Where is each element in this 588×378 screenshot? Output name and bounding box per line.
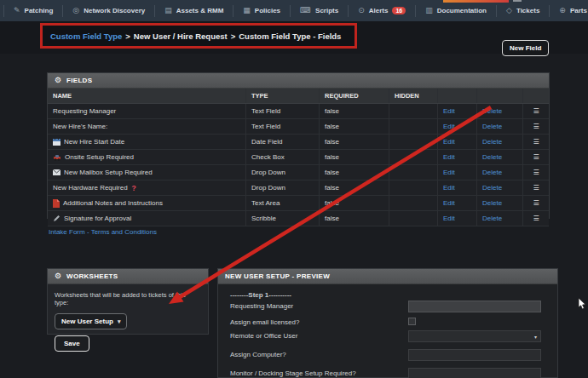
delete-link[interactable]: Delete [482, 138, 502, 146]
app-window: { "colors": { "nav_bg": "#2b3642", "acce… [0, 0, 588, 378]
delete-link[interactable]: Delete [482, 153, 502, 161]
nav-item-documentation[interactable]: ▥Documentation [415, 5, 496, 17]
car-icon [53, 154, 61, 161]
field-type: Drop Down [245, 180, 319, 195]
field-type: Drop Down [245, 165, 319, 180]
column-header-hidden: HIDDEN [389, 89, 437, 103]
delete-link[interactable]: Delete [482, 215, 502, 222]
column-header-required: REQUIRED [319, 89, 389, 103]
drag-handle-icon[interactable]: ☰ [522, 119, 549, 134]
edit-link[interactable]: Edit [443, 138, 455, 146]
scripts-icon: ⌨ [300, 7, 311, 14]
gear-icon: ⚙ [55, 272, 61, 280]
delete-link[interactable]: Delete [482, 123, 502, 130]
envelope-icon [53, 169, 61, 175]
edit-link[interactable]: Edit [443, 215, 455, 222]
delete-link[interactable]: Delete [482, 199, 502, 207]
nav-item-network-discovery[interactable]: ◎Network Discovery [62, 5, 154, 17]
field-required: false [319, 135, 389, 149]
top-navigation: ✎Patching ◎Network Discovery ▤Assets & R… [0, 0, 588, 21]
strip-fragment [513, 0, 522, 2]
field-type: Text Field [245, 119, 319, 134]
nav-item-assets-rmm[interactable]: ▤Assets & RMM [154, 5, 233, 17]
nav-item-alerts[interactable]: ⊙Alerts16 [348, 5, 415, 17]
assets-icon: ▤ [164, 7, 172, 14]
preview-field-row: Monitor / Docking Stage Setup Required? [230, 368, 547, 378]
field-type: Date Field [245, 135, 319, 149]
field-name: New Hire Start Date [48, 135, 245, 149]
field-type: Text Area [245, 196, 319, 210]
preview-field-label: Requesting Manager [230, 302, 293, 310]
new-field-button[interactable]: New Field [502, 40, 549, 56]
monitor-docking-input[interactable] [408, 368, 541, 378]
assign-email-checkbox[interactable] [408, 318, 416, 325]
field-name: Requesting Manager [48, 104, 245, 118]
drag-handle-icon[interactable]: ☰ [522, 211, 549, 226]
policies-icon: ▦ [243, 7, 251, 14]
nav-item-scripts[interactable]: ⌨Scripts [290, 5, 348, 17]
field-type: Check Box [245, 150, 319, 164]
edit-link[interactable]: Edit [443, 199, 455, 207]
edit-link[interactable]: Edit [443, 169, 455, 176]
breadcrumb-link-custom-field-type[interactable]: Custom Field Type [50, 32, 122, 41]
drag-handle-icon[interactable]: ☰ [522, 150, 549, 164]
breadcrumb: Custom Field Type > New User / Hire Requ… [40, 23, 357, 49]
field-required: false [319, 211, 389, 226]
pencil-icon [53, 215, 61, 222]
delete-link[interactable]: Delete [482, 169, 502, 176]
table-row: New Hire's Name: Text Field false Edit D… [48, 119, 549, 135]
preview-field-label: Monitor / Docking Stage Setup Required? [230, 369, 356, 377]
nav-item-patching[interactable]: ✎Patching [3, 5, 62, 17]
alerts-count-badge: 16 [392, 7, 406, 14]
preview-panel-title: NEW USER SETUP - PREVIEW [225, 272, 330, 280]
field-name: New Hardware Required ? [48, 180, 245, 195]
field-name: New Mailbox Setup Required [48, 165, 245, 180]
delete-link[interactable]: Delete [482, 107, 502, 115]
mouse-cursor [578, 297, 587, 311]
nav-item-tickets[interactable]: ◇Tickets [496, 5, 549, 17]
field-type: Text Field [245, 104, 319, 118]
requesting-manager-input[interactable] [408, 301, 541, 312]
drag-handle-icon[interactable]: ☰ [522, 180, 549, 195]
fields-panel: ⚙ FIELDS NAME TYPE REQUIRED HIDDEN Reque… [47, 72, 550, 219]
step-header: --------Step 1---------- [230, 291, 291, 299]
remote-or-office-select[interactable]: ▾ [408, 330, 541, 342]
worksheets-description: Worksheets that will be added to tickets… [48, 284, 208, 306]
nav-item-policies[interactable]: ▦Policies [233, 5, 290, 17]
preview-field-label: Assign Computer? [230, 351, 286, 358]
help-question-icon: ? [132, 184, 136, 192]
drag-handle-icon[interactable]: ☰ [522, 196, 549, 210]
field-name: Additional Notes and Instructions [48, 196, 245, 210]
assign-computer-input[interactable] [408, 349, 541, 361]
breadcrumb-separator: > [125, 32, 130, 41]
worksheets-panel: ⚙ WORKSHEETS Worksheets that will be add… [47, 268, 209, 335]
nav-item-parts[interactable]: ⊕Parts [549, 5, 588, 17]
documentation-icon: ▥ [425, 7, 433, 14]
edit-link[interactable]: Edit [443, 107, 455, 115]
alerts-icon: ⊙ [358, 7, 365, 14]
field-required: false [319, 196, 389, 210]
chevron-down-icon: ▾ [118, 318, 121, 325]
field-required: false [319, 180, 389, 195]
delete-link[interactable]: Delete [482, 184, 502, 192]
edit-link[interactable]: Edit [443, 123, 455, 130]
worksheet-select-dropdown[interactable]: New User Setup ▾ [55, 313, 127, 329]
field-type: Scribble [245, 211, 319, 226]
fields-panel-header: ⚙ FIELDS [48, 73, 549, 89]
preview-panel-header: NEW USER SETUP - PREVIEW [218, 269, 557, 284]
field-required: false [319, 165, 389, 180]
edit-link[interactable]: Edit [443, 153, 455, 161]
edit-link[interactable]: Edit [443, 184, 455, 192]
table-row: Additional Notes and Instructions Text A… [48, 196, 549, 211]
intake-form-link[interactable]: Intake Form - Terms and Conditions [49, 228, 157, 236]
tickets-icon: ◇ [506, 7, 512, 14]
drag-handle-icon[interactable]: ☰ [522, 104, 549, 118]
document-icon [53, 199, 60, 208]
field-name: Signature for Approval [48, 211, 245, 226]
drag-handle-icon[interactable]: ☰ [522, 165, 549, 180]
field-required: false [319, 150, 389, 164]
save-button[interactable]: Save [55, 335, 89, 352]
field-required: false [319, 104, 389, 118]
column-header-name: NAME [48, 89, 245, 103]
drag-handle-icon[interactable]: ☰ [522, 135, 549, 149]
